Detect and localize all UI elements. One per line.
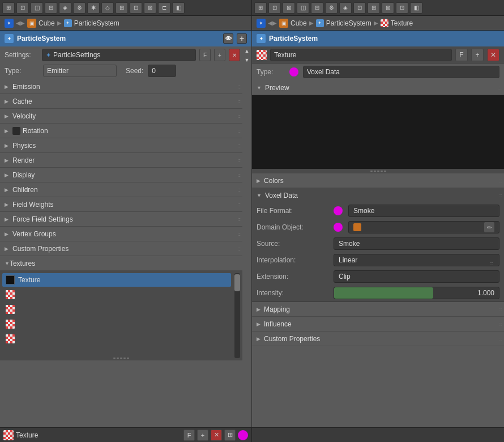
- textures-scrollbar[interactable]: [234, 273, 240, 358]
- scroll-up-arrow[interactable]: ▲: [242, 46, 251, 56]
- left-mode-icon[interactable]: ✦: [5, 19, 14, 28]
- texture-item-3[interactable]: [2, 317, 231, 331]
- custom-props-right-section[interactable]: ▶ Custom Properties :::: [252, 332, 504, 346]
- section-force-field[interactable]: ▶ Force Field Settings :::: [0, 212, 242, 227]
- section-physics[interactable]: ▶ Physics :::: [0, 138, 242, 153]
- toolbar-btn-11[interactable]: ⊠: [144, 2, 156, 14]
- texture-item-0[interactable]: Texture: [2, 273, 231, 287]
- section-velocity[interactable]: ▶ Velocity :::: [0, 109, 242, 124]
- right-texture-label[interactable]: Texture: [391, 19, 413, 27]
- type-dropdown[interactable]: Emitter: [43, 65, 117, 77]
- toolbar-right-btn11[interactable]: ⊡: [396, 2, 408, 14]
- right-texture-icon[interactable]: [381, 19, 388, 27]
- bottom-add-btn[interactable]: +: [197, 430, 208, 441]
- left-ps-label[interactable]: ParticleSystem: [74, 19, 119, 27]
- colors-section[interactable]: ▶ Colors :::: [252, 173, 504, 188]
- file-format-label: File Format:: [257, 207, 330, 215]
- texture-4-icon: [6, 334, 15, 343]
- toolbar-btn-12[interactable]: ⊏: [158, 2, 170, 14]
- bottom-remove-btn[interactable]: ✕: [211, 430, 222, 441]
- right-cube-icon[interactable]: ▣: [279, 19, 288, 28]
- toolbar-right-btn1[interactable]: ⊞: [254, 2, 267, 14]
- toolbar-right-btn2[interactable]: ⊡: [268, 2, 281, 14]
- toolbar-btn-2[interactable]: ⊡: [16, 2, 29, 14]
- preview-section-header[interactable]: ▼ Preview :::: [252, 80, 504, 95]
- scroll-down-arrow[interactable]: ▼: [242, 56, 251, 65]
- preview-resize[interactable]: [252, 169, 504, 173]
- texture-remove-btn[interactable]: ✕: [487, 49, 499, 61]
- type-dropdown-right[interactable]: Voxel Data: [303, 66, 499, 78]
- source-value[interactable]: Smoke: [334, 237, 499, 250]
- toolbar-btn-8[interactable]: ◇: [101, 2, 114, 14]
- display-drag: :::: [237, 172, 240, 178]
- toolbar-right-btn4[interactable]: ◫: [297, 2, 309, 14]
- textures-resize-handle[interactable]: [0, 356, 242, 360]
- toolbar-right-btn10[interactable]: ⊠: [382, 2, 394, 14]
- left-cube-label[interactable]: Cube: [39, 19, 55, 27]
- toolbar-btn-9[interactable]: ⊞: [116, 2, 128, 14]
- right-ps-icon[interactable]: ✦: [316, 19, 324, 27]
- left-cube-icon[interactable]: ▣: [27, 19, 36, 28]
- file-format-value[interactable]: Smoke: [348, 205, 499, 217]
- toolbar-btn-3[interactable]: ◫: [31, 2, 43, 14]
- right-ps-label[interactable]: ParticleSystem: [326, 19, 371, 27]
- section-render[interactable]: ▶ Render :::: [0, 153, 242, 168]
- toolbar-btn-grid[interactable]: ⊞: [2, 2, 15, 14]
- main-content: ✦ ParticleSystem 👁 + ▲ ▼ Settings: ✦ Par…: [0, 31, 504, 427]
- seed-field[interactable]: 0: [148, 65, 176, 77]
- section-display[interactable]: ▶ Display :::: [0, 168, 242, 182]
- settings-field[interactable]: ✦ ParticleSettings: [42, 49, 196, 61]
- texture-item-2[interactable]: [2, 303, 231, 316]
- toolbar-right-btn9[interactable]: ⊞: [368, 2, 380, 14]
- settings-x-btn[interactable]: ✕: [229, 49, 240, 61]
- toolbar-right-btn5[interactable]: ⊟: [311, 2, 323, 14]
- section-children[interactable]: ▶ Children :::: [0, 182, 242, 197]
- toolbar-right-btn7[interactable]: ◈: [339, 2, 352, 14]
- section-field-weights[interactable]: ▶ Field Weights :::: [0, 197, 242, 212]
- toolbar-btn-4[interactable]: ⊟: [45, 2, 57, 14]
- domain-object-field[interactable]: ✏: [348, 221, 499, 233]
- eye-button[interactable]: 👁: [223, 33, 233, 44]
- mapping-section[interactable]: ▶ Mapping :::: [252, 302, 504, 317]
- section-rotation[interactable]: ▶ Rotation :::: [0, 124, 242, 138]
- section-custom-properties[interactable]: ▶ Custom Properties :::: [0, 241, 242, 256]
- influence-section[interactable]: ▶ Influence :::: [252, 317, 504, 332]
- voxel-section-header[interactable]: ▼ Voxel Data :::: [252, 188, 504, 203]
- custom-props-right-tri: ▶: [257, 336, 260, 342]
- domain-object-edit-btn[interactable]: ✏: [484, 222, 494, 232]
- voxel-props: File Format: Smoke Domain Object: ✏ Sour…: [252, 203, 504, 302]
- bottom-grid-btn[interactable]: ⊞: [224, 430, 236, 441]
- toolbar-btn-5[interactable]: ◈: [59, 2, 71, 14]
- intensity-bar[interactable]: 1.000: [334, 287, 499, 299]
- right-cube-label[interactable]: Cube: [291, 19, 307, 27]
- toolbar-btn-6[interactable]: ⚙: [73, 2, 86, 14]
- toolbar-btn-10[interactable]: ⊡: [130, 2, 142, 14]
- toolbar-right-btn12[interactable]: ◧: [410, 2, 422, 14]
- mapping-label: Mapping: [264, 305, 290, 313]
- texture-item-1[interactable]: [2, 288, 231, 301]
- section-emission[interactable]: ▶ Emission :::: [0, 79, 242, 94]
- section-cache[interactable]: ▶ Cache :::: [0, 94, 242, 109]
- scroll-up-btn[interactable]: +: [237, 33, 247, 44]
- texture-add-btn[interactable]: +: [471, 49, 484, 61]
- settings-f-btn[interactable]: F: [199, 49, 211, 61]
- left-ps-icon[interactable]: ✦: [64, 19, 72, 27]
- toolbar-right-btn3[interactable]: ⊠: [283, 2, 295, 14]
- section-vertex-groups[interactable]: ▶ Vertex Groups :::: [0, 227, 242, 241]
- toolbar-btn-7[interactable]: ✱: [87, 2, 100, 14]
- display-tri: ▶: [5, 172, 12, 178]
- settings-add-btn[interactable]: +: [214, 49, 225, 61]
- toolbar-right-btn8[interactable]: ⊡: [353, 2, 366, 14]
- texture-name-field[interactable]: Texture: [270, 49, 452, 61]
- toolbar-btn-13[interactable]: ◧: [172, 2, 185, 14]
- bottom-f-btn[interactable]: F: [183, 430, 195, 441]
- textures-header[interactable]: ▼ Textures :::: [0, 256, 242, 271]
- toolbar-right-btn6[interactable]: ⚙: [325, 2, 338, 14]
- extension-value[interactable]: Clip: [334, 270, 499, 283]
- texture-f-btn[interactable]: F: [455, 49, 468, 61]
- toolbar-right: ⊞ ⊡ ⊠ ◫ ⊟ ⚙ ◈ ⊡ ⊞ ⊠ ⊡ ◧: [252, 0, 504, 15]
- right-mode-icon[interactable]: ✦: [257, 19, 266, 28]
- texture-item-4[interactable]: [2, 332, 231, 346]
- interpolation-value[interactable]: Linear: [334, 254, 499, 266]
- textures-tri: ▼: [5, 261, 10, 266]
